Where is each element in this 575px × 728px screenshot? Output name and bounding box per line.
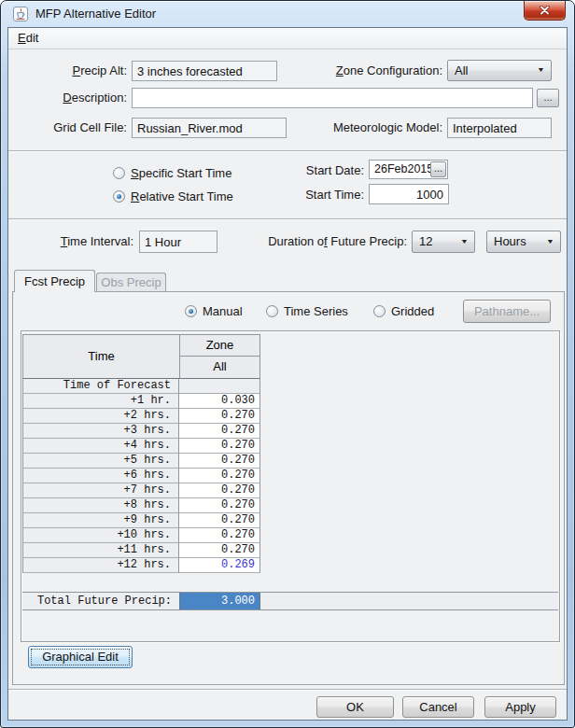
- specific-start-time-radio[interactable]: Specific Start Time: [113, 164, 231, 181]
- row-value[interactable]: 0.270: [179, 424, 260, 439]
- menu-edit[interactable]: Edit: [8, 28, 48, 49]
- chevron-down-icon: ▼: [460, 232, 469, 249]
- chevron-down-icon: ▼: [546, 232, 554, 249]
- separator: [8, 689, 567, 691]
- precip-alt-field[interactable]: [132, 61, 277, 81]
- radio-selected-icon: [113, 190, 125, 203]
- row-label: +4 hrs.: [22, 439, 179, 454]
- precip-table-panel: Time Zone All Time of Forecast +1 hr.0.0…: [21, 330, 560, 642]
- precip-alt-label: Precip Alt:: [20, 61, 127, 81]
- grid-cell-file-field[interactable]: [132, 118, 287, 138]
- row-value[interactable]: 0.270: [179, 469, 260, 483]
- description-field[interactable]: [132, 88, 533, 108]
- pathname-button[interactable]: Pathname...: [463, 300, 551, 323]
- table-row: +2 hrs.0.270: [22, 409, 260, 424]
- duration-unit: Hours: [494, 234, 526, 248]
- mfp-alternative-editor-window: MFP Alternative Editor Edit Precip Alt: …: [0, 0, 575, 728]
- row-value[interactable]: [179, 379, 260, 394]
- row-label: Time of Forecast: [22, 379, 179, 394]
- titlebar[interactable]: MFP Alternative Editor: [1, 1, 574, 27]
- radio-icon: [373, 305, 386, 317]
- table-row: +11 hrs.0.270: [22, 543, 260, 558]
- total-future-precip-label: Total Future Precip:: [22, 593, 179, 609]
- manual-radio[interactable]: Manual: [185, 302, 243, 319]
- separator: [8, 150, 567, 152]
- time-series-radio[interactable]: Time Series: [266, 302, 348, 319]
- row-value[interactable]: 0.270: [179, 513, 260, 528]
- table-row: +8 hrs.0.270: [22, 498, 260, 513]
- graphical-edit-button[interactable]: Graphical Edit: [28, 646, 133, 668]
- duration-unit-combo[interactable]: Hours ▼: [486, 231, 561, 253]
- row-label: +1 hr.: [22, 394, 179, 409]
- table-row: +1 hr.0.030: [22, 394, 260, 409]
- table-header: Time Zone All: [22, 334, 260, 379]
- radio-icon: [113, 167, 125, 179]
- fcst-precip-panel: Manual Time Series Gridded Pathname... T…: [12, 291, 565, 685]
- duration-value: 12: [419, 234, 432, 248]
- row-value[interactable]: 0.270: [179, 483, 260, 498]
- row-label: +12 hrs.: [22, 558, 179, 573]
- col-header-time: Time: [23, 335, 180, 378]
- apply-button[interactable]: Apply: [484, 696, 556, 718]
- row-value[interactable]: 0.270: [179, 439, 260, 454]
- row-label: +6 hrs.: [22, 469, 179, 483]
- start-date-field[interactable]: 26Feb2015 ...: [369, 160, 448, 179]
- radio-icon: [266, 305, 278, 317]
- meteorologic-model-field[interactable]: [447, 118, 552, 138]
- duration-value-combo[interactable]: 12 ▼: [412, 231, 475, 253]
- table-row: +12 hrs.0.269: [22, 558, 260, 573]
- row-value[interactable]: 0.030: [179, 394, 260, 409]
- row-label: +8 hrs.: [22, 498, 179, 513]
- col-header-zone: Zone: [180, 335, 259, 357]
- dialog-body: Edit Precip Alt: Zone Configuration: All…: [7, 27, 568, 721]
- table-row: +9 hrs.0.270: [22, 513, 260, 528]
- grid-cell-file-label: Grid Cell File:: [20, 118, 127, 138]
- row-label: +10 hrs.: [22, 528, 179, 543]
- separator: [8, 218, 567, 220]
- row-label: +3 hrs.: [22, 424, 179, 439]
- zone-configuration-combo[interactable]: All ▼: [447, 60, 552, 81]
- start-date-browse-button[interactable]: ...: [430, 161, 446, 177]
- row-value[interactable]: 0.270: [179, 498, 260, 513]
- ok-button[interactable]: OK: [316, 696, 394, 718]
- time-interval-label: Time Interval:: [20, 231, 133, 252]
- window-title: MFP Alternative Editor: [35, 1, 156, 26]
- row-value[interactable]: 0.269: [179, 558, 260, 573]
- start-time-field[interactable]: [369, 184, 449, 204]
- close-button[interactable]: [524, 1, 566, 21]
- time-interval-field[interactable]: [139, 231, 217, 253]
- duration-of-future-precip-label: Duration of Future Precip:: [242, 231, 407, 252]
- table-row: +10 hrs.0.270: [22, 528, 260, 543]
- row-value[interactable]: 0.270: [179, 409, 260, 424]
- row-label: +2 hrs.: [22, 409, 179, 424]
- description-browse-button[interactable]: ...: [537, 89, 559, 107]
- gridded-label: Gridded: [391, 304, 434, 318]
- radio-selected-icon: [185, 305, 197, 317]
- row-label: +5 hrs.: [22, 454, 179, 469]
- start-date-value: 26Feb2015: [374, 162, 433, 175]
- row-value[interactable]: 0.270: [179, 528, 260, 543]
- row-label: +9 hrs.: [22, 513, 179, 528]
- tab-obs-precip[interactable]: Obs Precip: [96, 273, 166, 292]
- focus-outline: [31, 649, 130, 665]
- total-future-precip-value: 3.000: [179, 593, 260, 609]
- description-label: Description:: [20, 88, 127, 108]
- start-time-label: Start Time:: [270, 185, 364, 205]
- row-value[interactable]: 0.270: [179, 454, 260, 469]
- table-row: +5 hrs.0.270: [22, 454, 260, 469]
- menu-bar: Edit: [8, 28, 567, 49]
- gridded-radio[interactable]: Gridded: [373, 302, 434, 319]
- row-label: +7 hrs.: [22, 483, 179, 498]
- zone-configuration-label: Zone Configuration:: [270, 61, 442, 81]
- manual-label: Manual: [203, 304, 243, 318]
- zone-configuration-value: All: [455, 63, 468, 77]
- row-value[interactable]: 0.270: [179, 543, 260, 558]
- tab-fcst-precip[interactable]: Fcst Precip: [14, 270, 95, 292]
- meteorologic-model-label: Meteorologic Model:: [270, 118, 442, 138]
- table-row: +6 hrs.0.270: [22, 469, 260, 483]
- precip-table: Time Zone All Time of Forecast +1 hr.0.0…: [22, 334, 260, 573]
- table-row: Time of Forecast: [22, 379, 260, 394]
- row-label: +11 hrs.: [22, 543, 179, 558]
- cancel-button[interactable]: Cancel: [402, 696, 474, 718]
- relative-start-time-radio[interactable]: Relative Start Time: [113, 188, 233, 204]
